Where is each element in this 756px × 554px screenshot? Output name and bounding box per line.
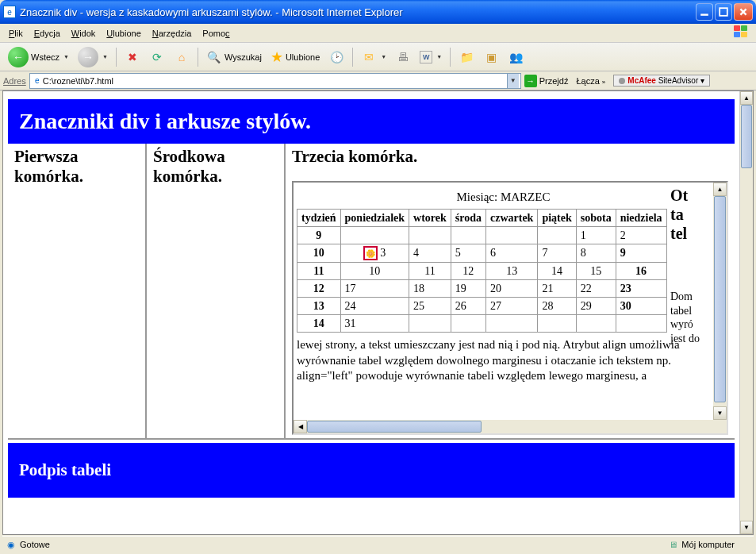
search-icon: 🔍 — [206, 49, 222, 65]
cal-cell — [409, 315, 451, 333]
cal-row: 1431 — [297, 315, 667, 333]
forward-button[interactable]: → ▼ — [75, 46, 111, 68]
scroll-up-button[interactable]: ▲ — [740, 91, 753, 105]
stop-button[interactable]: ✖ — [121, 46, 144, 68]
address-field[interactable]: e ▼ — [29, 73, 521, 89]
messenger-icon: 👥 — [508, 49, 524, 65]
column-2: Środkowa komórka. — [147, 144, 286, 438]
edit-button[interactable]: W▼ — [416, 46, 445, 68]
cal-cell: 14 — [538, 263, 576, 280]
back-button[interactable]: ← Wstecz ▼ — [5, 46, 72, 68]
cal-header: środa — [451, 210, 485, 227]
address-dropdown[interactable]: ▼ — [507, 74, 519, 88]
back-label: Wstecz — [31, 52, 59, 62]
scroll-corner — [713, 420, 727, 433]
titlebar: e Znacznik div - wersja z kaskadowymi ar… — [0, 0, 756, 24]
mail-button[interactable]: ✉▼ — [358, 46, 390, 68]
maximize-button[interactable] — [715, 3, 732, 21]
address-label: Adres — [3, 76, 26, 86]
inner-horizontal-scrollbar[interactable]: ◀ ▶ — [294, 420, 727, 433]
fullscreen-icon: ▣ — [483, 49, 499, 65]
history-icon: 🕑 — [328, 49, 344, 65]
window-title: Znacznik div - wersja z kaskadowymi arku… — [20, 6, 696, 18]
minimize-button[interactable] — [696, 3, 713, 21]
stop-icon: ✖ — [125, 49, 140, 65]
cal-header: tydzień — [297, 210, 341, 227]
print-button[interactable]: 🖶 — [392, 46, 414, 68]
cal-header: poniedzialek — [340, 210, 409, 227]
cal-cell: 27 — [485, 298, 537, 315]
menu-pomoc[interactable]: Pomoc — [197, 27, 235, 40]
star-icon: ★ — [271, 48, 283, 66]
cal-cell — [538, 315, 576, 333]
close-button[interactable] — [734, 3, 753, 21]
cal-cell — [409, 227, 451, 244]
print-icon: 🖶 — [395, 49, 411, 65]
cal-cell — [485, 227, 537, 244]
cal-cell: 19 — [451, 280, 485, 298]
main-vertical-scrollbar[interactable]: ▲ ▼ — [739, 91, 753, 534]
week-number: 9 — [297, 227, 341, 244]
cal-header: niedziela — [616, 210, 666, 227]
cal-row: 1324252627282930 — [297, 298, 667, 315]
cal-cell — [485, 315, 537, 333]
scroll-down-button[interactable]: ▼ — [713, 406, 727, 420]
cal-cell: 13 — [485, 263, 537, 280]
week-number: 14 — [297, 315, 341, 333]
cal-cell: 15 — [576, 263, 616, 280]
scroll-thumb[interactable] — [741, 105, 752, 168]
status-bar: ◉ Gotowe 🖥 Mój komputer — [2, 536, 754, 552]
cal-cell — [576, 315, 616, 333]
cal-cell: 9 — [616, 244, 666, 263]
history-button[interactable]: 🕑 — [325, 46, 347, 68]
cal-cell: 17 — [340, 280, 409, 298]
cal-header: piątek — [538, 210, 576, 227]
inner-frame: Miesiąc: MARZEC tydzieńponiedzialekwtore… — [292, 181, 728, 435]
address-input[interactable] — [43, 76, 507, 86]
cal-row: 912 — [297, 227, 667, 244]
back-icon: ← — [8, 47, 29, 67]
status-right: 🖥 Mój komputer — [667, 539, 735, 550]
status-left: ◉ Gotowe — [6, 539, 667, 550]
page-icon: e — [32, 75, 43, 87]
search-button[interactable]: 🔍 Wyszukaj — [203, 46, 265, 68]
folder-button[interactable]: 📁 — [455, 46, 478, 68]
fullscreen-button[interactable]: ▣ — [480, 46, 502, 68]
menu-edycja[interactable]: Edycja — [29, 27, 66, 40]
mcafee-siteadvisor[interactable]: McAfee SiteAdvisor ▾ — [613, 75, 710, 87]
refresh-button[interactable]: ⟳ — [146, 46, 168, 68]
menu-narzedzia[interactable]: Narzędzia — [147, 27, 198, 40]
column-1: Pierwsza komórka. — [8, 144, 147, 438]
done-icon: ◉ — [6, 539, 17, 550]
svg-rect-0 — [700, 13, 708, 15]
scroll-down-button[interactable]: ▼ — [740, 521, 753, 534]
cal-cell: 10 — [340, 263, 409, 280]
menu-plik[interactable]: Plik — [3, 27, 29, 40]
menu-ulubione[interactable]: Ulubione — [101, 27, 146, 40]
scroll-up-button[interactable]: ▲ — [713, 183, 727, 196]
column-3: Trzecia komórka. Miesiąc: MARZEC tydzień… — [286, 144, 735, 438]
columns: Pierwsza komórka. Środkowa komórka. Trze… — [8, 144, 735, 440]
scroll-thumb[interactable] — [714, 196, 726, 402]
cal-cell: 21 — [538, 280, 576, 298]
inner-frame-content: Miesiąc: MARZEC tydzieńponiedzialekwtore… — [294, 183, 713, 420]
inner-vertical-scrollbar[interactable]: ▲ ▼ — [713, 183, 727, 420]
dropdown-arrow-icon: ▼ — [63, 54, 69, 60]
menu-widok[interactable]: Widok — [66, 27, 102, 40]
home-button[interactable]: ⌂ — [171, 46, 193, 68]
mcafee-label: McAfee SiteAdvisor ▾ — [627, 76, 704, 85]
favorites-label: Ulubione — [286, 52, 320, 62]
scroll-left-button[interactable]: ◀ — [294, 420, 307, 433]
favorites-button[interactable]: ★ Ulubione — [267, 46, 323, 68]
clipped-heading: Ot ta tel — [670, 186, 713, 243]
content-viewport: Znaczniki div i arkusze stylów. Pierwsza… — [2, 90, 754, 535]
go-button[interactable]: → Przejdź — [524, 75, 569, 87]
cal-cell: 4 — [409, 244, 451, 263]
windows-flag-icon — [734, 25, 751, 40]
scroll-thumb[interactable] — [307, 421, 482, 433]
links-label[interactable]: Łącza » — [576, 76, 605, 86]
forward-icon: → — [78, 47, 98, 67]
scroll-track[interactable] — [307, 420, 713, 433]
messenger-button[interactable]: 👥 — [505, 46, 527, 68]
cal-cell — [451, 315, 485, 333]
